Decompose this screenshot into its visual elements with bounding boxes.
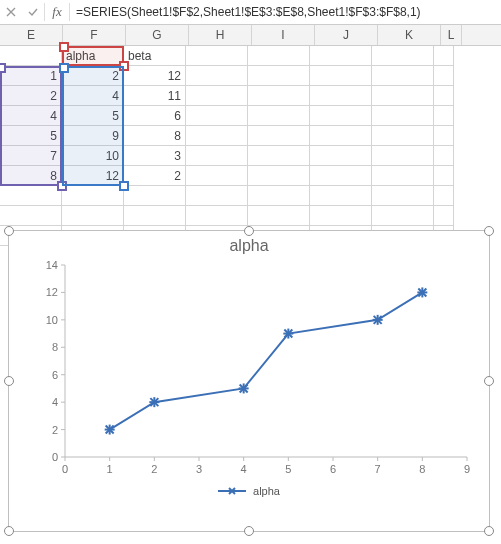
- cell[interactable]: alpha: [62, 46, 124, 66]
- cell[interactable]: [434, 206, 454, 226]
- cell[interactable]: 1: [0, 66, 62, 86]
- chart-plot-area[interactable]: 024681012140123456789: [39, 259, 475, 479]
- cell[interactable]: [248, 166, 310, 186]
- cell[interactable]: 12: [62, 166, 124, 186]
- cell[interactable]: [248, 86, 310, 106]
- cell[interactable]: [372, 46, 434, 66]
- cell[interactable]: 12: [124, 66, 186, 86]
- cell[interactable]: [434, 186, 454, 206]
- cell[interactable]: [186, 146, 248, 166]
- cell[interactable]: [186, 66, 248, 86]
- resize-handle-icon[interactable]: [484, 526, 494, 536]
- resize-handle-icon[interactable]: [484, 376, 494, 386]
- cell[interactable]: 4: [0, 106, 62, 126]
- cell[interactable]: [0, 46, 62, 66]
- col-header[interactable]: H: [189, 25, 252, 45]
- cell[interactable]: [310, 86, 372, 106]
- cell[interactable]: 9: [62, 126, 124, 146]
- chart-legend[interactable]: alpha: [9, 483, 489, 504]
- col-header[interactable]: F: [63, 25, 126, 45]
- cell[interactable]: [372, 86, 434, 106]
- chart-title[interactable]: alpha: [9, 237, 489, 255]
- col-header[interactable]: G: [126, 25, 189, 45]
- cell[interactable]: [186, 126, 248, 146]
- cell[interactable]: [310, 126, 372, 146]
- cell[interactable]: [0, 206, 62, 226]
- resize-handle-icon[interactable]: [244, 526, 254, 536]
- cell[interactable]: 7: [0, 146, 62, 166]
- resize-handle-icon[interactable]: [4, 376, 14, 386]
- cell[interactable]: [62, 206, 124, 226]
- cell[interactable]: [434, 166, 454, 186]
- cell[interactable]: [372, 126, 434, 146]
- cell[interactable]: [310, 46, 372, 66]
- formula-input[interactable]: [70, 1, 501, 23]
- cell[interactable]: 5: [62, 106, 124, 126]
- cell[interactable]: [372, 146, 434, 166]
- cell[interactable]: 4: [62, 86, 124, 106]
- svg-text:0: 0: [62, 463, 68, 475]
- cell[interactable]: 2: [0, 86, 62, 106]
- cell[interactable]: [310, 106, 372, 126]
- cell[interactable]: [186, 46, 248, 66]
- resize-handle-icon[interactable]: [244, 226, 254, 236]
- cell[interactable]: 10: [62, 146, 124, 166]
- svg-text:3: 3: [196, 463, 202, 475]
- cell[interactable]: 8: [124, 126, 186, 146]
- resize-handle-icon[interactable]: [4, 526, 14, 536]
- cell[interactable]: [248, 66, 310, 86]
- fx-label[interactable]: fx: [45, 4, 69, 20]
- cell[interactable]: [186, 86, 248, 106]
- cell[interactable]: [434, 46, 454, 66]
- col-header[interactable]: I: [252, 25, 315, 45]
- cell[interactable]: [372, 206, 434, 226]
- cell[interactable]: [372, 106, 434, 126]
- cell[interactable]: [434, 66, 454, 86]
- col-header[interactable]: E: [0, 25, 63, 45]
- chart-object[interactable]: alpha 024681012140123456789: [8, 230, 490, 532]
- cell[interactable]: [310, 186, 372, 206]
- cell[interactable]: [310, 166, 372, 186]
- resize-handle-icon[interactable]: [4, 226, 14, 236]
- cell[interactable]: [310, 66, 372, 86]
- cell[interactable]: [372, 66, 434, 86]
- cell[interactable]: [248, 146, 310, 166]
- col-header[interactable]: J: [315, 25, 378, 45]
- cell[interactable]: [248, 126, 310, 146]
- cell[interactable]: [372, 166, 434, 186]
- cell[interactable]: [186, 206, 248, 226]
- cell[interactable]: 6: [124, 106, 186, 126]
- cell[interactable]: [248, 186, 310, 206]
- resize-handle-icon[interactable]: [484, 226, 494, 236]
- cell[interactable]: [310, 146, 372, 166]
- table-row: 1 2 12: [0, 66, 501, 86]
- cell[interactable]: [186, 186, 248, 206]
- cell[interactable]: [186, 166, 248, 186]
- cell[interactable]: [186, 106, 248, 126]
- spreadsheet-grid[interactable]: E F G H I J K L alpha beta 1 2 12 2 4: [0, 25, 501, 246]
- cell[interactable]: [124, 206, 186, 226]
- cell[interactable]: 2: [62, 66, 124, 86]
- cell[interactable]: 3: [124, 146, 186, 166]
- cell[interactable]: [124, 186, 186, 206]
- enter-icon[interactable]: [22, 0, 44, 24]
- cell[interactable]: 8: [0, 166, 62, 186]
- cell[interactable]: beta: [124, 46, 186, 66]
- cell[interactable]: 5: [0, 126, 62, 146]
- cancel-icon[interactable]: [0, 0, 22, 24]
- cell[interactable]: [372, 186, 434, 206]
- cell[interactable]: [434, 146, 454, 166]
- cell[interactable]: [434, 106, 454, 126]
- cell[interactable]: [248, 106, 310, 126]
- cell[interactable]: [434, 126, 454, 146]
- col-header[interactable]: L: [441, 25, 462, 45]
- col-header[interactable]: K: [378, 25, 441, 45]
- cell[interactable]: 2: [124, 166, 186, 186]
- cell[interactable]: [434, 86, 454, 106]
- cell[interactable]: [0, 186, 62, 206]
- cell[interactable]: [248, 206, 310, 226]
- cell[interactable]: 11: [124, 86, 186, 106]
- cell[interactable]: [62, 186, 124, 206]
- cell[interactable]: [310, 206, 372, 226]
- cell[interactable]: [248, 46, 310, 66]
